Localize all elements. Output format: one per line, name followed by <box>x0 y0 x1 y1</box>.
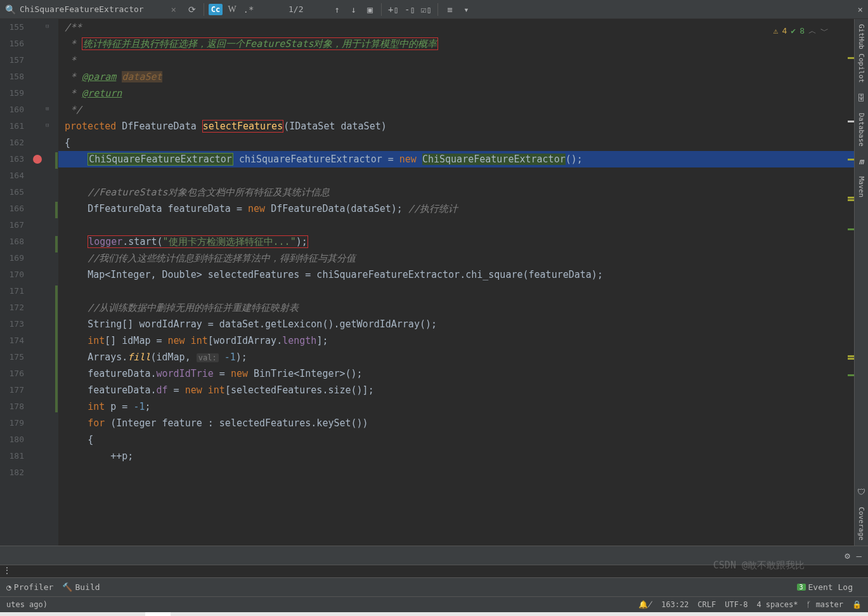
show-options-icon[interactable]: ≡ <box>441 2 458 17</box>
app-copilot[interactable]: ∞ <box>221 612 247 616</box>
app-todo[interactable]: ✔ <box>196 612 221 616</box>
editor-main: 1551561571581591601611621631641651661671… <box>0 19 868 546</box>
minimize-icon[interactable]: — <box>857 551 862 561</box>
sidebar-item-copilot[interactable]: GitHub Copilot <box>857 19 865 88</box>
build-button[interactable]: 🔨Build <box>62 582 100 592</box>
app-intellij[interactable]: ◫ <box>145 612 171 616</box>
app-wechat[interactable]: 💬 <box>373 612 399 616</box>
code-editor[interactable]: ⚠4 ✔8 ︿ ﹀ /** * 统计特征并且执行特征选择，返回一个Feature… <box>58 19 854 546</box>
status-left: utes ago) <box>6 600 48 609</box>
check-icon: ✔ <box>791 23 796 39</box>
lock-icon[interactable]: 🔒 <box>852 600 862 609</box>
error-stripe[interactable] <box>845 19 854 546</box>
status-bar: utes ago) 🔔̸ 163:22 CRLF UTF-8 4 spaces*… <box>0 596 868 612</box>
sidebar-item-coverage[interactable]: Coverage <box>857 502 865 546</box>
file-encoding[interactable]: UTF-8 <box>725 600 748 609</box>
app-red[interactable]: ◆ <box>297 612 323 616</box>
editor-tabbar: 🔍 ChiSquareFeatureExtractor × ⟳ Cc W .* … <box>0 0 868 19</box>
inspection-widget[interactable]: ⚠4 ✔8 ︿ ﹀ <box>774 23 829 39</box>
chevron-down-icon[interactable]: ﹀ <box>820 23 829 39</box>
prev-match-icon[interactable]: ↑ <box>328 2 345 17</box>
drag-handle-icon[interactable]: ⋮ <box>3 565 11 575</box>
line-ending[interactable]: CRLF <box>697 600 716 609</box>
profiler-icon: ◔ <box>6 582 11 592</box>
warning-icon: ⚠ <box>774 23 779 39</box>
words-toggle[interactable]: W <box>224 2 240 17</box>
app-explorer[interactable]: 📁 <box>69 612 94 616</box>
app-paint[interactable]: 🎨 <box>44 612 69 616</box>
maven-icon[interactable]: m <box>859 157 864 166</box>
windows-taskbar: 索 ⊞ 🎨 📁 🦊 🌐 ◫ ▣ ✔ ∞ N ◉ ◆ 📋 ⚫ 💬 ♪ ︿ 英 📶 … <box>0 612 868 616</box>
hammer-icon: 🔨 <box>62 582 72 592</box>
close-search-icon[interactable]: × <box>858 4 863 15</box>
profiler-button[interactable]: ◔Profiler <box>6 582 53 592</box>
search-history-icon[interactable]: ⟳ <box>184 2 200 17</box>
app-edge[interactable]: 🌐 <box>120 612 145 616</box>
select-all-icon[interactable]: ▣ <box>361 2 378 17</box>
close-icon[interactable]: × <box>171 4 176 15</box>
app-chrome[interactable]: ◉ <box>272 612 297 616</box>
next-match-icon[interactable]: ↓ <box>345 2 361 17</box>
regex-toggle[interactable]: .* <box>240 2 257 17</box>
app-notepad[interactable]: 📋 <box>323 612 348 616</box>
breakpoint-icon[interactable] <box>33 155 42 164</box>
cursor-position[interactable]: 163:22 <box>661 600 689 609</box>
match-case[interactable]: Cc <box>207 2 224 17</box>
app-terminal[interactable]: ▣ <box>171 612 196 616</box>
app-settings[interactable]: ⚫ <box>348 612 373 616</box>
event-log-button[interactable]: 3Event Log <box>797 582 853 592</box>
search-icon: 🔍 <box>5 4 16 15</box>
bottom-toolwindow-bar: ◔Profiler 🔨Build 3Event Log <box>0 577 868 596</box>
git-branch[interactable]: ᚶ master <box>806 600 843 609</box>
notif-icon[interactable]: 🔔̸ <box>638 600 652 609</box>
select-occurrences-icon[interactable]: ☑▯ <box>418 2 434 17</box>
breakpoint-gutter[interactable] <box>30 19 44 546</box>
find-in-file[interactable]: 🔍 ChiSquareFeatureExtractor × <box>0 0 184 18</box>
chevron-up-icon[interactable]: ︿ <box>808 23 817 39</box>
bottom-tool-body: ⋮ <box>0 565 868 577</box>
bottom-tool-header: ⚙ — <box>0 546 868 565</box>
task-view-icon[interactable]: ⊞ <box>18 612 44 616</box>
search-query: ChiSquareFeatureExtractor <box>20 4 144 14</box>
indent-setting[interactable]: 4 spaces* <box>756 600 798 609</box>
sidebar-item-database[interactable]: Database <box>857 108 865 152</box>
app-netease[interactable]: ♪ <box>399 612 424 616</box>
sidebar-item-maven[interactable]: Maven <box>857 171 865 202</box>
right-toolwindow-bar: GitHub Copilot 🗄 Database m Maven 🛡 Cove… <box>854 19 868 546</box>
fold-gutter[interactable]: ⊟ ⊞ ⊟ <box>44 19 55 546</box>
filter-icon[interactable]: ▾ <box>458 2 474 17</box>
gear-icon[interactable]: ⚙ <box>845 551 850 561</box>
line-gutter: 1551561571581591601611621631641651661671… <box>0 19 30 546</box>
coverage-icon[interactable]: 🛡 <box>857 487 865 497</box>
add-selection-icon[interactable]: +▯ <box>385 2 401 17</box>
app-onenote[interactable]: N <box>247 612 272 616</box>
database-icon[interactable]: 🗄 <box>857 93 865 103</box>
match-count: 1/2 <box>288 4 303 14</box>
remove-selection-icon[interactable]: -▯ <box>401 2 418 17</box>
current-line: ChiSquareFeatureExtractor chiSquareFeatu… <box>58 151 854 167</box>
app-firefox[interactable]: 🦊 <box>94 612 120 616</box>
